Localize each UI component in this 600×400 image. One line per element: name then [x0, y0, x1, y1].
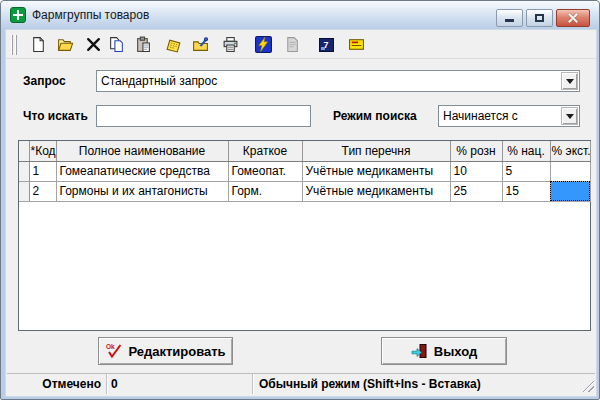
header-row: *Код Полное наименование Краткое Тип пер… — [19, 141, 590, 161]
print-preview-icon — [283, 36, 300, 53]
maximize-button[interactable] — [526, 9, 553, 27]
selected-cell[interactable] — [550, 181, 590, 201]
cell-retail-pct[interactable]: 10 — [450, 161, 502, 181]
row-indicator — [19, 181, 29, 201]
exit-door-icon — [411, 343, 429, 359]
copy-button[interactable] — [104, 32, 128, 57]
memo-icon — [165, 36, 182, 53]
ok-check-icon: Ok — [105, 343, 123, 359]
chevron-down-icon[interactable] — [561, 72, 578, 90]
toolbar-grip[interactable] — [15, 35, 17, 55]
minimize-button[interactable] — [496, 9, 523, 27]
cell-code[interactable]: 2 — [29, 181, 56, 201]
column-header-ext-pct[interactable]: % экст. — [550, 141, 590, 161]
cell-markup-pct[interactable]: 15 — [502, 181, 550, 201]
open-folder-icon — [57, 36, 74, 53]
client-area: 7 Запрос Стандартный запрос Что искать Р… — [5, 29, 597, 397]
execute-query-button[interactable] — [251, 32, 275, 57]
cell-markup-pct[interactable]: 5 — [502, 161, 550, 181]
key7-button[interactable]: 7 — [314, 32, 338, 57]
cell-ext-pct[interactable] — [550, 161, 590, 181]
row-indicator — [19, 161, 29, 181]
edit-button-label: Редактировать — [128, 344, 225, 359]
column-header-short[interactable]: Краткое — [228, 141, 302, 161]
lightning-icon — [255, 36, 272, 53]
cell-full-name[interactable]: Гомеапатические средства — [56, 161, 228, 181]
query-combobox[interactable]: Стандартный запрос — [96, 70, 580, 92]
mail-icon — [348, 36, 365, 53]
exit-button-label: Выход — [434, 344, 477, 359]
cell-code[interactable]: 1 — [29, 161, 56, 181]
close-icon — [568, 13, 578, 23]
cell-list-type[interactable]: Учётные медикаменты — [302, 181, 450, 201]
memo-button[interactable] — [161, 32, 185, 57]
paste-button[interactable] — [131, 32, 155, 57]
copy-icon — [108, 36, 125, 53]
status-mode: Обычный режим (Shift+Ins - Вставка) — [253, 374, 595, 394]
indicator-header — [19, 141, 29, 161]
query-label: Запрос — [23, 70, 66, 92]
status-marked-value: 0 — [107, 374, 253, 394]
folder-edit-icon — [192, 36, 209, 53]
maximize-icon — [535, 14, 544, 22]
new-document-icon — [30, 36, 47, 53]
window-title: Фармгруппы товаров — [32, 1, 149, 29]
paste-icon — [135, 36, 152, 53]
cell-retail-pct[interactable]: 25 — [450, 181, 502, 201]
chevron-down-icon[interactable] — [561, 107, 578, 125]
status-marked-label: Отмечено — [7, 374, 107, 394]
cell-list-type[interactable]: Учётные медикаменты — [302, 161, 450, 181]
print-button[interactable] — [218, 32, 242, 57]
minimize-icon — [505, 19, 514, 22]
query-combobox-value: Стандартный запрос — [101, 71, 559, 91]
exit-button[interactable]: Выход — [381, 337, 507, 365]
search-label: Что искать — [23, 105, 88, 127]
mail-button[interactable] — [344, 32, 368, 57]
open-button[interactable] — [53, 32, 77, 57]
data-grid: *Код Полное наименование Краткое Тип пер… — [18, 140, 591, 331]
delete-button[interactable] — [81, 32, 105, 57]
table-row: 2 Гормоны и их антагонисты Горм. Учётные… — [19, 181, 590, 201]
statusbar: Отмечено 0 Обычный режим (Shift+Ins - Вс… — [7, 373, 595, 394]
key-7-icon: 7 — [319, 38, 334, 52]
app-window: Фармгруппы товаров — [0, 0, 600, 400]
print-icon — [222, 36, 239, 53]
table-row: 1 Гомеапатические средства Гомеопат. Учё… — [19, 161, 590, 181]
column-header-code[interactable]: *Код — [29, 141, 56, 161]
column-header-retail-pct[interactable]: % розн — [450, 141, 502, 161]
column-header-list-type[interactable]: Тип перечня — [302, 141, 450, 161]
column-header-full-name[interactable]: Полное наименование — [56, 141, 228, 161]
pharmacy-icon — [10, 7, 26, 23]
close-button[interactable] — [556, 9, 590, 27]
cell-short[interactable]: Гомеопат. — [228, 161, 302, 181]
cell-full-name[interactable]: Гормоны и их антагонисты — [56, 181, 228, 201]
column-header-markup-pct[interactable]: % нац. — [502, 141, 550, 161]
search-mode-value: Начинается с — [443, 106, 559, 126]
folder-edit-button[interactable] — [188, 32, 212, 57]
search-input[interactable] — [96, 105, 311, 127]
search-mode-label: Режим поиска — [333, 105, 417, 127]
edit-button[interactable]: Ok Редактировать — [98, 337, 233, 365]
search-mode-combobox[interactable]: Начинается с — [438, 105, 580, 127]
delete-icon — [85, 36, 102, 53]
print-preview-button-disabled[interactable] — [279, 32, 303, 57]
svg-text:Ok: Ok — [106, 343, 115, 350]
toolbar: 7 — [6, 30, 596, 59]
new-button[interactable] — [26, 32, 50, 57]
toolbar-grip[interactable] — [11, 35, 13, 55]
cell-short[interactable]: Горм. — [228, 181, 302, 201]
